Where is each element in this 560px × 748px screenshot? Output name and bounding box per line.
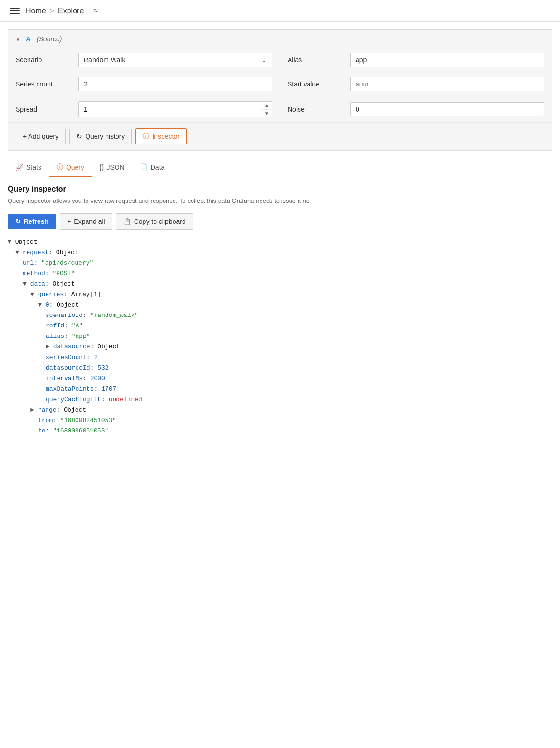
tab-stats[interactable]: 📈 Stats — [8, 158, 49, 177]
seriesCount-key: seriesCount — [46, 354, 87, 361]
current-page: Explore — [58, 7, 84, 15]
url-key: url — [23, 259, 34, 267]
refresh-icon: ↻ — [15, 218, 21, 225]
spread-arrows[interactable]: ▲ ▼ — [261, 102, 272, 117]
query-form: Scenario Random Walk ⌄ Alias Series coun… — [8, 48, 552, 123]
range-val: Object — [64, 406, 86, 413]
alias-input[interactable] — [350, 53, 544, 67]
queryCachingTTL-key: queryCachingTTL — [46, 396, 101, 403]
intervalMs-key: intervalMs — [46, 375, 83, 382]
queries-key: queries — [38, 291, 64, 298]
breadcrumb: Home > Explore — [26, 7, 84, 15]
refresh-label: Refresh — [24, 218, 48, 225]
noise-row: Noise — [280, 96, 552, 123]
copy-to-clipboard-button[interactable]: 📋 Copy to clipboard — [116, 213, 193, 230]
history-icon: ↻ — [77, 133, 82, 140]
from-key: from — [38, 417, 53, 424]
scenario-value: Random Walk — [84, 56, 125, 64]
spread-input[interactable] — [79, 103, 261, 116]
scenario-label: Scenario — [16, 56, 73, 64]
scenarioId-val: "random_walk" — [90, 312, 138, 319]
noise-label: Noise — [288, 105, 345, 113]
range-key: range — [38, 406, 57, 413]
refId-val: "A" — [72, 322, 83, 329]
query-header: ∨ A (Source) — [8, 30, 552, 48]
tab-json-label: JSON — [106, 163, 124, 171]
url-val: "api/ds/query" — [41, 259, 93, 267]
spread-up-arrow[interactable]: ▲ — [261, 102, 272, 110]
maxDataPoints-key: maxDataPoints — [46, 385, 94, 393]
home-link[interactable]: Home — [26, 7, 46, 15]
scenario-select[interactable]: Random Walk ⌄ — [78, 53, 272, 67]
request-key: request — [23, 249, 49, 256]
hamburger-menu[interactable] — [10, 8, 20, 14]
datasourceId-key: datasourceId — [46, 364, 90, 372]
tab-data[interactable]: 📄 Data — [132, 158, 173, 177]
query-panel: ∨ A (Source) Scenario Random Walk ⌄ Alia… — [8, 29, 552, 151]
item0-val: Object — [57, 301, 79, 308]
tab-json[interactable]: {} JSON — [92, 158, 132, 177]
tab-query[interactable]: ⓘ Query — [49, 158, 92, 177]
from-val: "1680082451053" — [60, 417, 116, 424]
to-key: to — [38, 427, 46, 434]
queries-val: Array[1] — [71, 291, 101, 298]
start-value-row: Start value — [280, 72, 552, 96]
inspector-title: Query inspector — [8, 185, 552, 193]
refId-key: refId — [46, 322, 64, 329]
datasource-toggle[interactable]: ► — [46, 343, 49, 350]
collapse-icon[interactable]: ∨ — [16, 36, 20, 42]
query-id-label: A — [26, 35, 31, 43]
request-toggle[interactable]: ▼ — [15, 249, 19, 256]
method-key: method — [23, 270, 45, 277]
inspector-tabs: 📈 Stats ⓘ Query {} JSON 📄 Data — [8, 158, 552, 177]
query-history-button[interactable]: ↻ Query history — [69, 129, 132, 144]
copy-label: Copy to clipboard — [134, 218, 186, 225]
spread-down-arrow[interactable]: ▼ — [261, 110, 272, 117]
spread-row: Spread ▲ ▼ — [8, 96, 280, 123]
datasource-key: datasource — [53, 343, 90, 350]
spread-spinner[interactable]: ▲ ▼ — [78, 101, 272, 117]
queryCachingTTL-val: undefined — [109, 396, 142, 403]
root-toggle[interactable]: ▼ — [8, 239, 11, 246]
series-count-label: Series count — [16, 80, 73, 88]
alias-row: Alias — [280, 48, 552, 72]
expand-icon: + — [67, 218, 71, 225]
copy-icon: 📋 — [123, 218, 131, 225]
datasourceId-val: 532 — [97, 364, 108, 372]
refresh-button[interactable]: ↻ Refresh — [8, 214, 56, 229]
data-val: Object — [52, 280, 75, 288]
expand-all-button[interactable]: + Expand all — [60, 213, 112, 230]
expand-all-label: Expand all — [74, 218, 105, 225]
tab-query-label: Query — [66, 163, 84, 171]
tab-stats-label: Stats — [26, 163, 41, 171]
data-toggle[interactable]: ▼ — [23, 280, 27, 288]
data-key: data — [30, 280, 45, 288]
inspector-label: Inspector — [152, 133, 180, 140]
seriesCount-val: 2 — [94, 354, 97, 361]
source-label: (Source) — [37, 35, 62, 43]
inspector-section: 📈 Stats ⓘ Query {} JSON 📄 Data Query ins… — [0, 158, 560, 436]
alias-key: alias — [46, 333, 64, 340]
item0-toggle[interactable]: ▼ — [38, 301, 42, 308]
data-icon: 📄 — [140, 163, 148, 171]
series-count-input[interactable] — [78, 77, 272, 91]
datasource-val: Object — [97, 343, 120, 350]
share-icon[interactable]: ≈ — [93, 6, 98, 16]
queries-toggle[interactable]: ▼ — [30, 291, 34, 298]
top-nav: Home > Explore ≈ — [0, 0, 560, 22]
root-label: Object — [15, 239, 38, 246]
range-toggle[interactable]: ► — [30, 406, 34, 413]
to-val: "1680086051053" — [53, 427, 108, 434]
json-tree: ▼ Object ▼ request: Object url: "api/ds/… — [8, 237, 552, 437]
breadcrumb-separator: > — [50, 7, 54, 15]
alias-val: "app" — [72, 333, 90, 340]
start-value-input[interactable] — [350, 77, 544, 91]
series-count-row: Series count — [8, 72, 280, 96]
maxDataPoints-val: 1707 — [101, 385, 116, 393]
request-val: Object — [56, 249, 78, 256]
query-history-label: Query history — [85, 133, 125, 140]
add-query-button[interactable]: + Add query — [16, 129, 66, 144]
inspector-button[interactable]: ⓘ Inspector — [135, 128, 187, 144]
noise-input[interactable] — [350, 102, 544, 116]
inspector-description: Query inspector allows you to view raw r… — [8, 196, 552, 206]
